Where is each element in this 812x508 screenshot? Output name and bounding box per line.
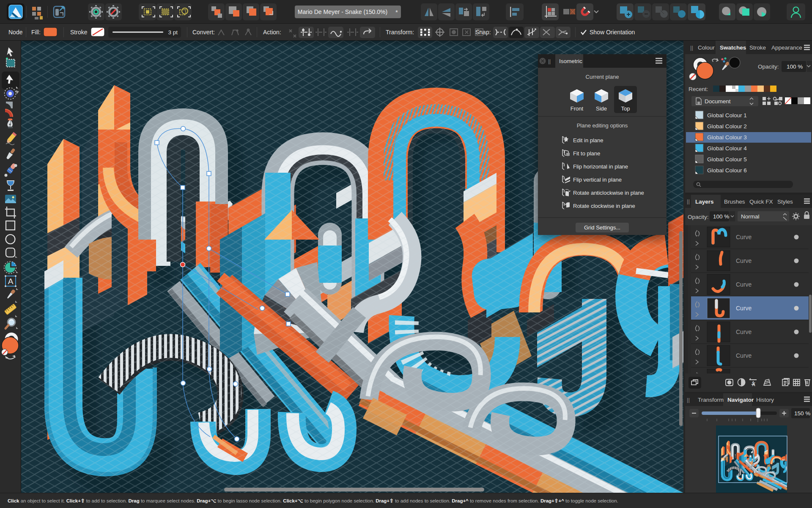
svg-text:100 %: 100 % [713, 213, 729, 220]
svg-text:Top: Top [621, 105, 630, 112]
svg-text:Global Colour 5: Global Colour 5 [707, 156, 747, 163]
svg-text:Transform:: Transform: [386, 29, 414, 36]
svg-text:A: A [8, 277, 14, 286]
svg-text:Flip vertical in plane: Flip vertical in plane [573, 177, 622, 183]
svg-text:Layers: Layers [695, 199, 714, 205]
svg-text:Global Colour 1: Global Colour 1 [707, 112, 747, 119]
svg-text:Fill:: Fill: [31, 29, 41, 36]
svg-text:*: * [395, 8, 398, 16]
svg-text:X: X [752, 381, 755, 387]
svg-text:Recent:: Recent: [689, 86, 708, 92]
svg-text:Opacity:: Opacity: [688, 214, 709, 220]
svg-text:Grid Settings...: Grid Settings... [584, 224, 620, 231]
svg-text:Curve: Curve [736, 281, 752, 288]
svg-text:||: || [687, 397, 690, 403]
svg-text:Styles: Styles [777, 199, 793, 205]
svg-text:Quick FX: Quick FX [749, 199, 773, 205]
svg-text:Global Colour 6: Global Colour 6 [707, 167, 747, 174]
svg-text:Mario De Meyer - Snake (150.0%: Mario De Meyer - Snake (150.0%) [298, 8, 387, 15]
svg-text:Isometric: Isometric [559, 58, 582, 64]
svg-text:||: || [687, 198, 690, 204]
svg-text:3 pt: 3 pt [168, 29, 178, 36]
svg-text:Navigator: Navigator [727, 397, 754, 403]
svg-text:Show Orientation: Show Orientation [590, 29, 635, 36]
svg-text:Node: Node [8, 29, 23, 36]
svg-text:150 %: 150 % [794, 410, 810, 417]
svg-text:Document: Document [705, 98, 731, 105]
svg-text:Global Colour 2: Global Colour 2 [707, 123, 747, 130]
svg-text:Edit in plane: Edit in plane [573, 137, 604, 144]
svg-text:Curve: Curve [736, 257, 752, 264]
svg-text:Action:: Action: [263, 29, 281, 36]
svg-text:Stroke: Stroke [749, 44, 766, 51]
svg-text:Opacity:: Opacity: [758, 64, 779, 70]
svg-text:Rotate clockwise in plane: Rotate clockwise in plane [573, 203, 635, 209]
svg-text:Normal: Normal [741, 213, 760, 220]
svg-text:Current plane: Current plane [586, 74, 619, 80]
svg-text:Fit to plane: Fit to plane [573, 150, 600, 157]
svg-text:Curve: Curve [736, 329, 752, 335]
svg-text:Brushes: Brushes [724, 199, 745, 205]
svg-text:Convert:: Convert: [192, 29, 215, 36]
svg-text:Global Colour 3: Global Colour 3 [707, 134, 747, 141]
svg-text:||: || [690, 44, 693, 51]
svg-text:Side: Side [596, 105, 607, 112]
svg-text:Flip horizontal in plane: Flip horizontal in plane [573, 163, 628, 170]
svg-text:Appearance: Appearance [771, 44, 802, 51]
svg-text:Global Colour 4: Global Colour 4 [707, 145, 747, 152]
svg-text:||: || [548, 58, 551, 64]
svg-text:Rotate anticlockwise in plane: Rotate anticlockwise in plane [573, 190, 644, 196]
svg-text:History: History [756, 397, 774, 403]
svg-text:Transform: Transform [698, 397, 724, 403]
svg-text:Curve: Curve [736, 352, 752, 359]
svg-text:Front: Front [571, 105, 584, 112]
svg-text:Curve: Curve [736, 305, 752, 312]
svg-text:Curve: Curve [736, 234, 752, 240]
svg-text:100 %: 100 % [787, 64, 803, 70]
svg-text:Swatches: Swatches [720, 44, 746, 51]
svg-text:Colour: Colour [698, 44, 715, 51]
svg-text:Stroke: Stroke [70, 29, 88, 36]
svg-text:Snap:: Snap: [475, 29, 491, 36]
svg-text:Plane editing options: Plane editing options [577, 122, 628, 129]
